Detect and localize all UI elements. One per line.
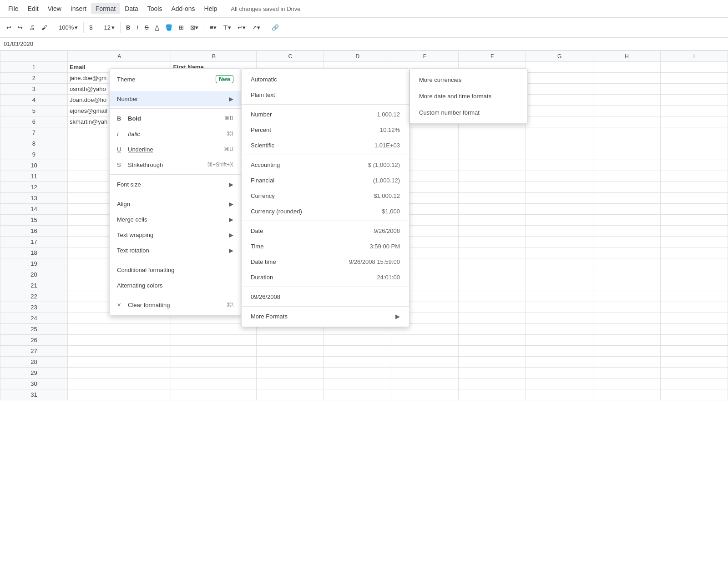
submenu-currency-rounded[interactable]: Currency (rounded) $1,000 xyxy=(242,203,409,219)
more-currencies-item[interactable]: More currencies xyxy=(410,71,527,88)
cell-g5[interactable] xyxy=(526,106,593,116)
col-header-e[interactable]: E xyxy=(391,51,459,62)
format-menu-bold[interactable]: B Bold ⌘B xyxy=(110,111,241,126)
zoom-selector[interactable]: 100% ▾ xyxy=(56,22,81,33)
submenu-more-formats[interactable]: More Formats ▶ xyxy=(242,308,409,324)
cell-h4[interactable] xyxy=(593,95,661,106)
menu-insert[interactable]: Insert xyxy=(66,3,91,14)
separator-3 xyxy=(98,22,98,33)
menu-data[interactable]: Data xyxy=(120,3,143,14)
cell-g2[interactable] xyxy=(526,73,593,84)
more-formats-label: More Formats xyxy=(251,313,395,320)
undo-button[interactable]: ↩ xyxy=(4,22,14,33)
merge-button[interactable]: ⊠▾ xyxy=(187,22,201,33)
cell-h2[interactable] xyxy=(593,73,661,84)
theme-new-badge: New xyxy=(216,75,233,83)
paint-format-button[interactable]: 🖌 xyxy=(39,22,50,33)
submenu-percent[interactable]: Percent 10.12% xyxy=(242,122,409,137)
submenu-duration[interactable]: Duration 24:01:00 xyxy=(242,269,409,285)
col-header-h[interactable]: H xyxy=(593,51,661,62)
col-header-a[interactable]: A xyxy=(67,51,171,62)
font-size-selector[interactable]: 12 ▾ xyxy=(101,22,117,33)
format-menu-theme[interactable]: Theme New xyxy=(110,71,241,87)
format-menu-fontsize[interactable]: Font size ▶ xyxy=(110,177,241,192)
cell-g3[interactable] xyxy=(526,84,593,95)
col-header-i[interactable]: I xyxy=(660,51,728,62)
number-format-value: 1,000.12 xyxy=(377,111,400,118)
col-header-c[interactable]: C xyxy=(257,51,324,62)
italic-button[interactable]: I xyxy=(134,22,141,33)
borders-button[interactable]: ⊞ xyxy=(176,22,187,33)
fill-color-button[interactable]: 🪣 xyxy=(162,22,175,33)
link-button[interactable]: 🔗 xyxy=(269,22,282,33)
redo-button[interactable]: ↪ xyxy=(15,22,25,33)
cell-h5[interactable] xyxy=(593,106,661,116)
format-menu-italic[interactable]: I Italic ⌘I xyxy=(110,126,241,141)
submenu-currency[interactable]: Currency $1,000.12 xyxy=(242,188,409,203)
menu-file[interactable]: File xyxy=(4,3,23,14)
submenu-time[interactable]: Time 3:59:00 PM xyxy=(242,238,409,254)
format-menu-number[interactable]: Number ▶ xyxy=(110,91,241,106)
custom-number-item[interactable]: Custom number format xyxy=(410,104,527,121)
submenu-date[interactable]: Date 9/26/2008 xyxy=(242,223,409,238)
cell-h6[interactable] xyxy=(593,116,661,127)
menu-tools[interactable]: Tools xyxy=(143,3,167,14)
col-header-f[interactable]: F xyxy=(459,51,526,62)
format-menu-underline[interactable]: U Underline ⌘U xyxy=(110,141,241,157)
format-menu-clear[interactable]: ✕ Clear formatting ⌘\ xyxy=(110,297,241,313)
cell-i4[interactable] xyxy=(660,95,728,106)
currency-button[interactable]: $ xyxy=(86,22,95,33)
rotate-button[interactable]: ↗▾ xyxy=(249,22,263,33)
submenu-number[interactable]: Number 1,000.12 xyxy=(242,106,409,122)
cell-i5[interactable] xyxy=(660,106,728,116)
menu-view[interactable]: View xyxy=(43,3,66,14)
cell-i1[interactable] xyxy=(660,62,728,73)
menu-format[interactable]: Format xyxy=(91,3,120,14)
format-menu-textrotation[interactable]: Text rotation ▶ xyxy=(110,242,241,258)
format-menu-textwrap[interactable]: Text wrapping ▶ xyxy=(110,227,241,242)
clear-label: Clear formatting xyxy=(128,302,227,308)
cell-g4[interactable] xyxy=(526,95,593,106)
submenu-plaintext[interactable]: Plain text xyxy=(242,87,409,102)
cell-i2[interactable] xyxy=(660,73,728,84)
submenu-automatic[interactable]: Automatic xyxy=(242,71,409,87)
strikethrough-button[interactable]: S xyxy=(142,22,152,33)
cell-i6[interactable] xyxy=(660,116,728,127)
separator-1 xyxy=(53,22,53,33)
table-row: 27 xyxy=(0,346,728,357)
bold-button[interactable]: B xyxy=(123,22,133,33)
valign-button[interactable]: ⊤▾ xyxy=(220,22,234,33)
separator-5 xyxy=(204,22,204,33)
menu-edit[interactable]: Edit xyxy=(23,3,43,14)
menu-help[interactable]: Help xyxy=(200,3,222,14)
menu-addons[interactable]: Add-ons xyxy=(167,3,199,14)
wrap-button[interactable]: ↵▾ xyxy=(235,22,248,33)
cell-h1[interactable] xyxy=(593,62,661,73)
cell-g1[interactable] xyxy=(526,62,593,73)
format-menu-merge[interactable]: Merge cells ▶ xyxy=(110,212,241,227)
format-menu-conditional[interactable]: Conditional formatting xyxy=(110,262,241,277)
submenu-scientific[interactable]: Scientific 1.01E+03 xyxy=(242,137,409,153)
cell-i3[interactable] xyxy=(660,84,728,95)
submenu-financial[interactable]: Financial (1,000.12) xyxy=(242,172,409,188)
merge-label: Merge cells xyxy=(117,216,229,223)
cell-h3[interactable] xyxy=(593,84,661,95)
col-header-d[interactable]: D xyxy=(324,51,391,62)
align-button[interactable]: ≡▾ xyxy=(207,22,219,33)
format-menu-alternating[interactable]: Alternating colors xyxy=(110,277,241,293)
scientific-label: Scientific xyxy=(251,142,374,149)
submenu-custom-date[interactable]: 09/26/2008 xyxy=(242,289,409,304)
submenu-accounting[interactable]: Accounting $ (1,000.12) xyxy=(242,157,409,172)
submenu-datetime[interactable]: Date time 9/26/2008 15:59:00 xyxy=(242,254,409,269)
textrotation-label: Text rotation xyxy=(117,247,229,254)
cell-g6[interactable] xyxy=(526,116,593,127)
col-header-b[interactable]: B xyxy=(171,51,257,62)
col-header-g[interactable]: G xyxy=(526,51,593,62)
format-menu-align[interactable]: Align ▶ xyxy=(110,196,241,212)
more-datetime-item[interactable]: More date and time formats xyxy=(410,88,527,104)
print-button[interactable]: 🖨 xyxy=(26,22,38,33)
textwrap-arrow-icon: ▶ xyxy=(229,232,233,238)
font-color-button[interactable]: A xyxy=(152,22,162,33)
format-menu-strikethrough[interactable]: S Strikethrough ⌘+Shift+X xyxy=(110,157,241,172)
percent-value: 10.12% xyxy=(380,126,400,133)
